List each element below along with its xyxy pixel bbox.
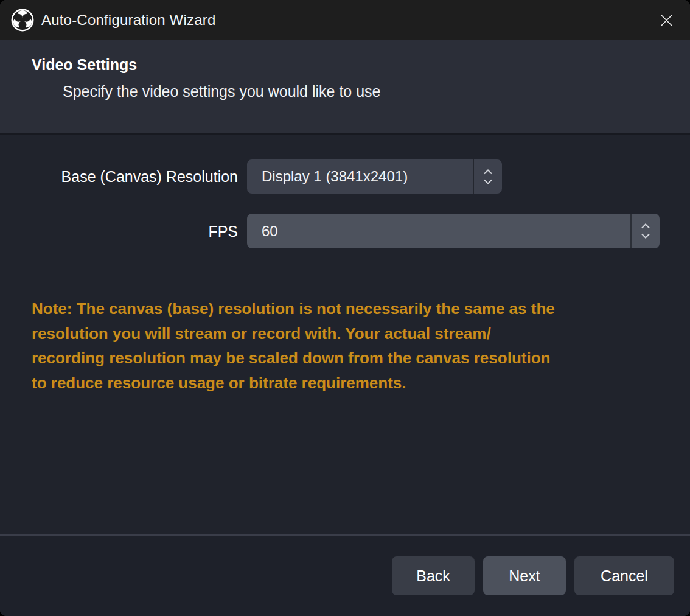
note-line: recording resolution may be scaled down … (32, 346, 652, 371)
note-text: Note: The canvas (base) resolution is no… (32, 296, 652, 395)
page-title: Video Settings (32, 56, 137, 74)
chevron-up-icon (483, 169, 493, 175)
close-button[interactable] (652, 6, 680, 34)
fps-value: 60 (247, 223, 630, 240)
auto-config-wizard-dialog: Auto-Configuration Wizard Video Settings… (0, 0, 690, 616)
resolution-spinner[interactable] (473, 159, 502, 194)
fps-select[interactable]: 60 (247, 214, 660, 248)
close-icon (658, 12, 675, 29)
note-line: Note: The canvas (base) resolution is no… (32, 296, 652, 321)
chevron-up-icon (641, 223, 650, 229)
window-title: Auto-Configuration Wizard (41, 12, 215, 29)
wizard-form: Base (Canvas) Resolution Display 1 (3841… (0, 135, 690, 534)
page-subtitle: Specify the video settings you would lik… (63, 83, 381, 100)
footer-bar: Back Next Cancel (0, 536, 690, 616)
back-button[interactable]: Back (392, 556, 475, 595)
resolution-label: Base (Canvas) Resolution (0, 168, 238, 186)
obs-logo-icon (11, 9, 34, 32)
note-line: to reduce resource usage or bitrate requ… (32, 371, 652, 396)
next-button[interactable]: Next (483, 556, 566, 595)
fps-spinner[interactable] (630, 214, 660, 248)
fps-label: FPS (0, 223, 238, 240)
chevron-down-icon (641, 233, 650, 239)
cancel-button[interactable]: Cancel (574, 556, 674, 595)
note-line: resolution you will stream or record wit… (32, 321, 652, 346)
resolution-value: Display 1 (3841x2401) (247, 168, 473, 185)
resolution-select[interactable]: Display 1 (3841x2401) (247, 159, 502, 194)
chevron-down-icon (483, 179, 493, 184)
titlebar: Auto-Configuration Wizard (0, 0, 690, 40)
wizard-step-header: Video Settings Specify the video setting… (0, 40, 690, 133)
